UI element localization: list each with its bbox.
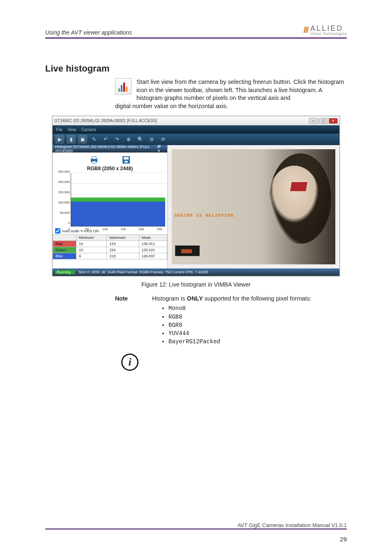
live-view[interactable]: SEEING IS BELIEVING. (168, 145, 339, 268)
pencil-icon[interactable]: ✎ (90, 135, 99, 144)
overlay-text: SEEING IS BELIEVING. (174, 213, 237, 218)
svg-rect-5 (92, 157, 96, 159)
svg-rect-8 (124, 157, 129, 160)
svg-rect-9 (125, 161, 128, 163)
brand-logo: /// ALLIED Vision Technologies (304, 25, 347, 36)
refresh-icon[interactable]: ⟳ (159, 135, 168, 144)
close-button[interactable]: ✕ (329, 118, 338, 124)
menu-file[interactable]: File (56, 127, 62, 132)
redo-icon[interactable]: ↷ (113, 135, 122, 144)
note-text-post: supported for the following pixel format… (203, 295, 311, 302)
logo-top: ALLIED (310, 25, 347, 32)
logo-slashes-icon: /// (304, 25, 308, 35)
status-running: Running... (55, 270, 75, 274)
footer-doc: AVT GigE Cameras Installation Manual V1.… (45, 522, 347, 528)
status-bar: Running... Size H: 2050 ,W: 2448 Pixel F… (53, 268, 339, 276)
panel-title: Histogram (GT2450C (02-2609A)-02-2609A-0… (55, 145, 157, 153)
intro-paragraph-1: Start live view from the camera by selec… (136, 78, 347, 102)
autoscale-label: Auto scale Y-AXIS ON (62, 229, 99, 233)
list-item: RGB8 (168, 313, 311, 321)
zoom-in-icon[interactable]: 🔍 (136, 135, 145, 144)
maximize-button[interactable]: ▢ (319, 118, 328, 124)
note-label: Note (115, 295, 140, 302)
histogram-chart (71, 173, 165, 227)
page-number: 29 (340, 536, 347, 543)
zoom-out-icon[interactable]: ⊖ (147, 135, 156, 144)
menu-camera[interactable]: Camera (81, 127, 96, 132)
logo-bottom: Vision Technologies (310, 32, 347, 36)
chip-graphic (175, 245, 200, 256)
stats-table: Minimum Maximum Mean Red10218136.011 Gre… (53, 234, 167, 259)
menu-bar[interactable]: File View Camera (53, 125, 339, 134)
histogram-toolbar-icon[interactable]: ▮ (67, 135, 76, 144)
histogram-icon (115, 78, 131, 95)
svg-rect-3 (126, 87, 127, 92)
figure-caption: Figure 12: Live histogram in VIMBA Viewe… (45, 281, 347, 288)
table-row: Red10218136.011 (53, 241, 167, 247)
menu-view[interactable]: View (67, 127, 76, 132)
undo-icon[interactable]: ↶ (101, 135, 110, 144)
zoom-fit-icon[interactable]: ⊕ (124, 135, 133, 144)
format-list: Mono8 RGB8 BGR8 YUV444 BayerRG12Packed (168, 304, 311, 346)
table-row: Green10216133.101 (53, 247, 167, 253)
list-item: BGR8 (168, 321, 311, 329)
window-title: GT2450C (02-2609A)-02-2609A-06001 [FULL … (54, 118, 157, 123)
section-heading: Using the AVT viewer applications (45, 29, 132, 36)
toolbar: ▶ ▮ ◼ ✎ ↶ ↷ ⊕ 🔍 ⊖ ⟳ (53, 134, 339, 145)
tool-icon[interactable]: ◼ (78, 135, 87, 144)
printer-icon[interactable] (88, 155, 100, 165)
note-text-pre: Histogram is (152, 295, 187, 302)
svg-rect-6 (92, 161, 96, 163)
svg-rect-1 (121, 85, 122, 92)
list-item: YUV444 (168, 329, 311, 338)
minimize-button[interactable]: — (309, 118, 318, 124)
title-bar[interactable]: GT2450C (02-2609A)-02-2609A-06001 [FULL … (53, 116, 339, 125)
svg-rect-0 (118, 88, 120, 92)
table-row: Blue9213126.837 (53, 253, 167, 259)
app-window: GT2450C (02-2609A)-02-2609A-06001 [FULL … (52, 116, 340, 276)
info-icon: i (121, 354, 138, 371)
intro-paragraph-2: digital number value on the horizontal a… (115, 102, 347, 111)
save-icon[interactable] (120, 155, 132, 165)
list-item: BayerRG12Packed (168, 338, 311, 346)
autoscale-checkbox[interactable] (55, 228, 60, 234)
panel-controls[interactable]: 🗗 ✕ (157, 145, 165, 153)
status-text: Size H: 2050 ,W: 2448 Pixel Format: RGB8… (78, 270, 208, 274)
freerun-icon[interactable]: ▶ (55, 135, 64, 144)
note-text-bold: ONLY (187, 295, 203, 302)
svg-rect-2 (123, 83, 125, 92)
list-item: Mono8 (168, 304, 311, 312)
page-title: Live histogram (45, 63, 347, 74)
